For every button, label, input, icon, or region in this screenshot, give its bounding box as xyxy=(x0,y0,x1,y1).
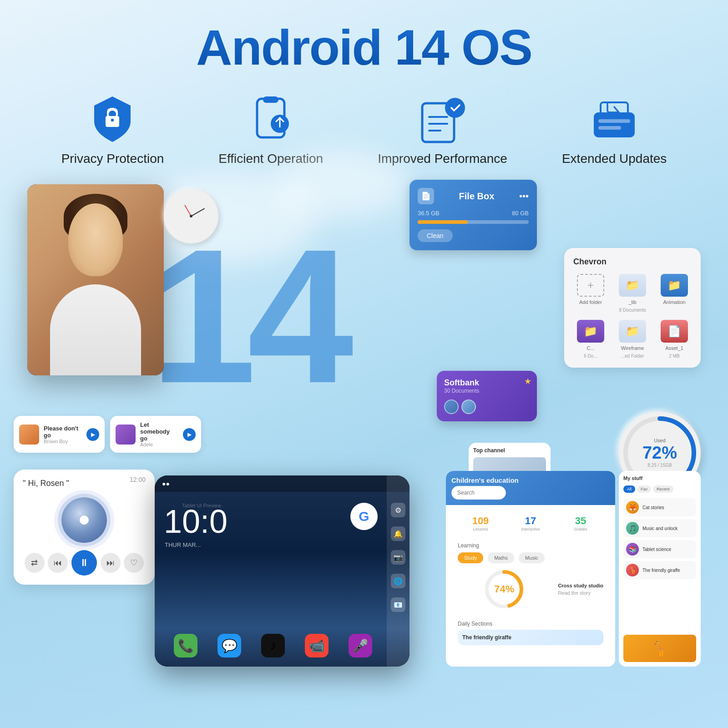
edu-daily-label: Daily Sections xyxy=(458,621,603,627)
mini-music-play-2[interactable]: ▶ xyxy=(183,428,196,441)
prev-button[interactable]: ⏮ xyxy=(48,553,68,573)
tablet-sidebar-icon-2[interactable]: 🔔 xyxy=(391,526,405,541)
list-item-text-3: Tablet science xyxy=(642,547,671,552)
edu-progress-label: Learning xyxy=(458,542,603,549)
edu-progress-section: Learning Study Maths Music xyxy=(450,537,611,621)
chevron-add-folder[interactable]: + Add folder xyxy=(573,274,608,313)
list-item-text-1: Cat stories xyxy=(642,505,664,510)
top-channel-header: Top channel xyxy=(473,447,546,454)
music-time: 12:00 xyxy=(130,476,146,483)
edu-stat-lessons: 109 Lessons xyxy=(458,515,503,531)
softbank-avatar-2 xyxy=(461,399,476,414)
mini-music-artist-1: Brown Boy xyxy=(44,439,82,444)
file-box-total: 80 GB xyxy=(512,210,529,217)
tablet-sidebar-icon-1[interactable]: ⚙ xyxy=(391,503,405,517)
chevron-folder-lib: 📁 xyxy=(619,274,646,297)
tablet-portrait-screen xyxy=(27,184,164,375)
person-face xyxy=(68,203,123,276)
chevron-item-wireframe[interactable]: 📁 Wireframe ...ed Folder xyxy=(615,320,650,359)
feature-privacy: Privacy Protection xyxy=(61,94,164,166)
chevron-item-asset[interactable]: 📄 Asset_1 2 MB xyxy=(657,320,692,359)
chevron-item-purple[interactable]: 📁 C... 6 Do... xyxy=(573,320,608,359)
google-search-ball[interactable]: G xyxy=(350,503,378,530)
svg-point-10 xyxy=(445,98,465,118)
edu-subject-music[interactable]: Music xyxy=(519,552,545,563)
mini-music-cards: Please don't go Brown Boy ▶ Let somebody… xyxy=(14,416,201,453)
tablet-sidebar-icon-5[interactable]: 📧 xyxy=(391,597,405,612)
chevron-item-lib[interactable]: 📁 _lib 8 Documents xyxy=(615,274,650,313)
chevron-asset-label: Asset_1 xyxy=(665,345,683,351)
list-item-4[interactable]: 🦒 The friendly giraffe xyxy=(623,561,696,579)
chevron-wireframe-label: Wireframe xyxy=(621,345,644,351)
list-item-3[interactable]: 📚 Tablet science xyxy=(623,540,696,558)
file-box-icon: 📄 xyxy=(418,188,434,204)
mini-music-art-2 xyxy=(116,425,136,445)
softbank-star: ★ xyxy=(524,376,531,386)
clock-widget xyxy=(164,189,218,243)
edu-subject-maths[interactable]: Maths xyxy=(488,552,514,563)
heart-button[interactable]: ♡ xyxy=(124,553,144,573)
tablet-app-messages[interactable]: 💬 xyxy=(217,634,241,657)
softbank-title: Softbank xyxy=(444,378,530,388)
softbank-avatars xyxy=(444,399,530,414)
edu-stat-num-lessons: 109 xyxy=(458,515,503,527)
privacy-icon xyxy=(87,94,137,144)
edu-tasks: Read the story xyxy=(558,590,603,596)
list-panel: My stuff All Fav Recent 🦊 Cat stories 🎵 … xyxy=(619,471,701,667)
chevron-asset-sublabel: 2 MB xyxy=(669,354,679,359)
edu-progress-row: 74% Cross study studio Read the story xyxy=(458,563,603,615)
person-body xyxy=(50,284,141,375)
mini-music-card-2[interactable]: Let somebody go Adele ▶ xyxy=(110,416,201,453)
edu-stat-interactive: 17 Interactive xyxy=(508,515,553,531)
chevron-widget: Chevron + Add folder 📁 _lib 8 Documents … xyxy=(564,248,701,368)
edu-subject-row: Study Maths Music xyxy=(458,552,603,563)
shuffle-button[interactable]: ⇄ xyxy=(25,553,45,573)
chevron-add-label: Add folder xyxy=(579,299,602,305)
chevron-folder-purple: 📁 xyxy=(577,320,604,343)
mini-music-card-1[interactable]: Please don't go Brown Boy ▶ xyxy=(14,416,105,453)
filter-recent[interactable]: Recent xyxy=(653,485,673,493)
tablet-app-tiktok[interactable]: ♪ xyxy=(261,634,285,657)
children-edu-panel: Children's education 109 Lessons 17 xyxy=(446,471,615,667)
mini-music-play-1[interactable]: ▶ xyxy=(86,428,99,441)
mini-music-artist-2: Adele xyxy=(140,442,178,447)
filter-tabs: All Fav Recent xyxy=(623,485,696,493)
softbank-subtitle: 30 Documents xyxy=(444,388,530,394)
privacy-label: Privacy Protection xyxy=(61,152,164,166)
edu-title: Children's education xyxy=(451,476,610,484)
list-item-icon-3: 📚 xyxy=(626,543,639,556)
file-box-header: 📄 File Box ••• xyxy=(418,188,529,204)
edu-stat-num-grades: 35 xyxy=(558,515,603,527)
edu-cross-study: Cross study studio Read the story xyxy=(558,583,603,596)
svg-rect-12 xyxy=(598,119,630,123)
list-item-1[interactable]: 🦊 Cat stories xyxy=(623,498,696,516)
giraffe-emoji: 🦒 xyxy=(623,635,696,662)
edu-subject-study[interactable]: Study xyxy=(458,552,483,563)
file-box-clean-button[interactable]: Clean xyxy=(418,229,453,242)
tablet-app-assistant[interactable]: 🎤 xyxy=(349,634,372,657)
performance-label: Improved Performance xyxy=(378,152,507,166)
tablet-sidebar: ⚙ 🔔 📷 🌐 📧 xyxy=(387,475,410,667)
mini-music-title-1: Please don't go xyxy=(44,425,82,439)
mini-music-info-1: Please don't go Brown Boy xyxy=(44,425,82,444)
chevron-wireframe-sublabel: ...ed Folder xyxy=(621,354,644,359)
main-title: Android 14 OS xyxy=(0,18,728,76)
file-box-bar-fill xyxy=(418,220,468,224)
list-item-2[interactable]: 🎵 Music and unlock xyxy=(623,519,696,537)
tablet-app-video[interactable]: 📹 xyxy=(305,634,329,657)
performance-icon xyxy=(418,94,468,144)
edu-search-input[interactable] xyxy=(451,486,506,500)
edu-stat-label-grades: Grades xyxy=(558,527,603,531)
tablet-sidebar-icon-3[interactable]: 📷 xyxy=(391,550,405,565)
tablet-sidebar-icon-4[interactable]: 🌐 xyxy=(391,574,405,588)
music-player-widget: " Hi, Rosen " 12:00 ⇄ ⏮ ⏸ ⏭ ♡ xyxy=(14,470,155,585)
filter-all[interactable]: All xyxy=(623,485,635,493)
chevron-item-animation[interactable]: 📁 Animation xyxy=(657,274,692,313)
edu-stat-num-interactive: 17 xyxy=(508,515,553,527)
tablet-app-phone[interactable]: 📞 xyxy=(174,634,197,657)
play-pause-button[interactable]: ⏸ xyxy=(71,550,97,576)
big-number: 14 xyxy=(150,221,344,412)
music-album-art xyxy=(61,497,107,543)
filter-fav[interactable]: Fav xyxy=(637,485,651,493)
next-button[interactable]: ⏭ xyxy=(101,553,121,573)
